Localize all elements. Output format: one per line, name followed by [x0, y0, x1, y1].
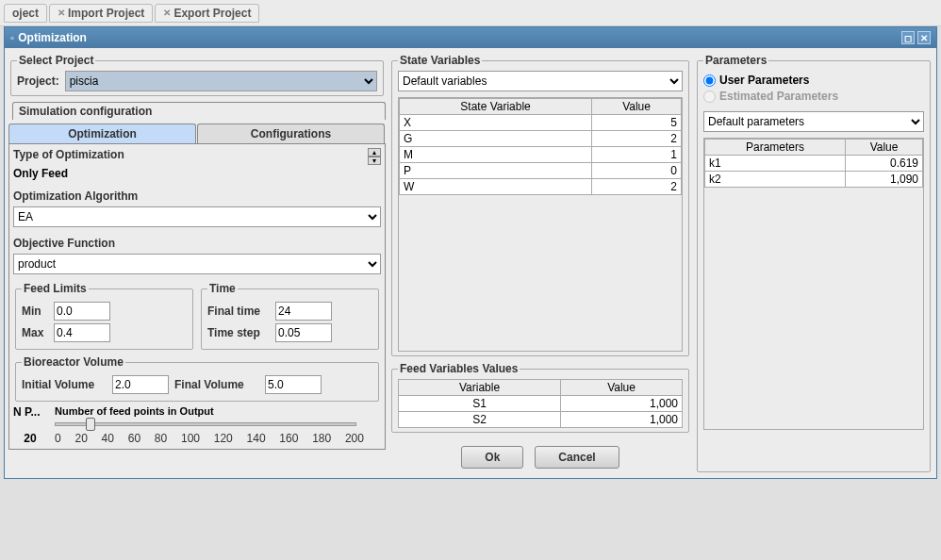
- tabs: Optimization Configurations: [8, 124, 386, 144]
- opt-type-label: Type of Optimization: [13, 148, 368, 161]
- time-legend: Time: [207, 282, 238, 295]
- opt-type-value: Only Feed: [13, 167, 368, 180]
- final-time-label: Final time: [207, 305, 270, 318]
- col-variable: Variable: [399, 380, 561, 396]
- sim-config-label: Simulation configuration: [12, 102, 386, 120]
- slider-ticks: 020406080100120140160180200: [55, 432, 364, 445]
- table-row[interactable]: M1: [400, 147, 682, 163]
- max-label: Max: [22, 326, 48, 339]
- parameters-legend: Parameters: [703, 54, 768, 67]
- feed-points-slider[interactable]: [55, 422, 356, 426]
- init-vol-label: Initial Volume: [22, 378, 107, 391]
- table-row[interactable]: k10.619: [705, 156, 923, 172]
- feed-vars-legend: Feed Variables Values: [398, 362, 520, 375]
- parameters-group: Parameters User Parameters Estimated Par…: [697, 54, 931, 472]
- slider-label: Number of feed points in Output: [55, 405, 381, 417]
- table-row[interactable]: G2: [400, 131, 682, 147]
- table-row[interactable]: W2: [400, 179, 682, 195]
- user-params-radio[interactable]: User Parameters: [703, 74, 924, 87]
- final-vol-input[interactable]: [265, 375, 322, 394]
- col-parameter: Parameters: [705, 140, 846, 156]
- min-input[interactable]: [54, 302, 110, 321]
- window-title: Optimization: [18, 31, 87, 44]
- estimated-params-radio[interactable]: Estimated Parameters: [703, 90, 924, 103]
- params-select[interactable]: Default parameters: [703, 111, 924, 132]
- opt-type-stepper[interactable]: ▴ ▾: [368, 148, 381, 165]
- table-row[interactable]: k21,090: [705, 172, 923, 188]
- optimization-window: ◦ Optimization ◻ ✕ Select Project Projec…: [4, 26, 937, 479]
- col-state-var: State Variable: [400, 99, 592, 115]
- time-group: Time Final time Time step: [201, 282, 379, 350]
- top-tabs: oject ✕Import Project ✕Export Project: [0, 0, 941, 26]
- close-icon[interactable]: ✕: [917, 31, 931, 44]
- chevron-down-icon[interactable]: ▾: [368, 156, 381, 165]
- col-value: Value: [592, 99, 682, 115]
- topbar-item[interactable]: ✕Export Project: [155, 4, 259, 23]
- algo-select[interactable]: EA: [13, 206, 381, 227]
- tab-configurations[interactable]: Configurations: [197, 124, 385, 143]
- select-project-legend: Select Project: [17, 54, 95, 67]
- col-value: Value: [561, 380, 683, 396]
- state-vars-table: State Variable Value X5G2M1P0W2: [399, 98, 682, 195]
- max-input[interactable]: [54, 323, 110, 342]
- titlebar[interactable]: ◦ Optimization ◻ ✕: [5, 27, 936, 48]
- init-vol-input[interactable]: [112, 375, 169, 394]
- params-table: Parameters Value k10.619k21,090: [704, 139, 923, 188]
- np-label-col: N P... 20: [13, 405, 47, 445]
- topbar-item[interactable]: ✕Import Project: [49, 4, 153, 23]
- final-time-input[interactable]: [275, 302, 332, 321]
- optimization-panel: Type of Optimization Only Feed ▴ ▾ Optim…: [8, 144, 386, 450]
- tab-optimization[interactable]: Optimization: [8, 124, 196, 143]
- window-icon: ◦: [10, 31, 14, 44]
- close-icon[interactable]: ✕: [163, 8, 171, 18]
- topbar-item[interactable]: oject: [4, 4, 47, 23]
- ok-button[interactable]: Ok: [461, 446, 523, 469]
- project-label: Project:: [17, 74, 59, 88]
- time-step-label: Time step: [207, 326, 270, 339]
- cancel-button[interactable]: Cancel: [535, 446, 619, 469]
- np-value: 20: [13, 432, 47, 445]
- feed-limits-legend: Feed Limits: [22, 282, 89, 295]
- state-vars-select[interactable]: Default variables: [398, 71, 683, 91]
- final-vol-label: Final Volume: [174, 378, 259, 391]
- maximize-icon[interactable]: ◻: [901, 31, 915, 44]
- feed-limits-group: Feed Limits Min Max: [15, 282, 193, 350]
- project-select[interactable]: piscia: [65, 71, 377, 91]
- select-project-group: Select Project Project: piscia: [10, 54, 384, 96]
- bioreactor-legend: Bioreactor Volume: [22, 355, 125, 369]
- state-variables-group: State Variables Default variables State …: [391, 54, 689, 356]
- min-label: Min: [22, 305, 48, 318]
- table-row[interactable]: X5: [400, 115, 682, 131]
- slider-thumb[interactable]: [86, 418, 95, 431]
- table-row[interactable]: S21,000: [399, 412, 683, 428]
- algo-label: Optimization Algorithm: [13, 189, 381, 203]
- feed-vars-table: Variable Value S11,000S21,000: [398, 379, 683, 428]
- table-row[interactable]: S11,000: [399, 396, 683, 412]
- bioreactor-group: Bioreactor Volume Initial Volume Final V…: [15, 355, 379, 402]
- objective-select[interactable]: product: [13, 254, 381, 274]
- np-label: N P...: [13, 405, 47, 419]
- table-row[interactable]: P0: [400, 163, 682, 179]
- col-value: Value: [846, 140, 923, 156]
- time-step-input[interactable]: [275, 323, 332, 342]
- chevron-up-icon[interactable]: ▴: [368, 148, 381, 156]
- close-icon[interactable]: ✕: [58, 8, 65, 18]
- state-vars-legend: State Variables: [398, 54, 482, 67]
- feed-vars-group: Feed Variables Values Variable Value S11…: [391, 362, 689, 433]
- objective-label: Objective Function: [13, 237, 381, 250]
